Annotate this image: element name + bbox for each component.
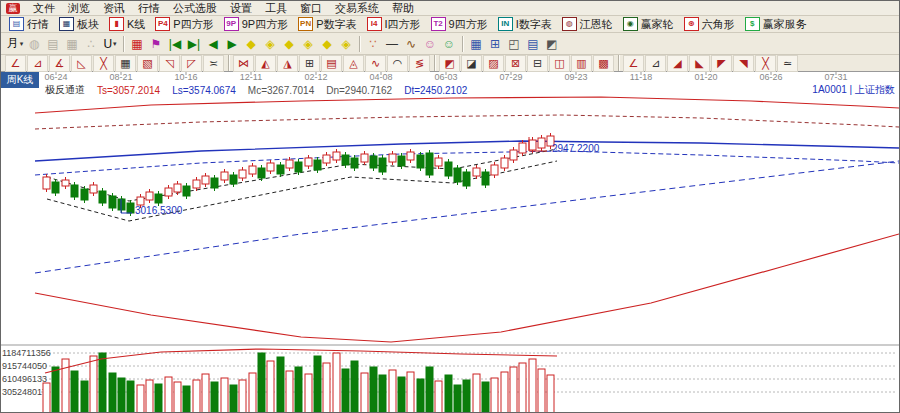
draw-tool-button[interactable]: ⊞ bbox=[299, 55, 320, 72]
draw-tool-button[interactable]: ◩ bbox=[439, 55, 460, 72]
tool-button[interactable]: ◆ bbox=[318, 35, 336, 53]
tool-button[interactable]: — bbox=[383, 35, 401, 53]
toolbar-view-button[interactable]: ◍江恩轮 bbox=[558, 16, 617, 33]
draw-tool-button[interactable]: ▤ bbox=[321, 55, 342, 72]
toolbar-view-button[interactable]: P4P四方形 bbox=[151, 16, 217, 33]
draw-tool-button[interactable]: ╳ bbox=[755, 55, 776, 72]
tool-button[interactable]: ∵ bbox=[364, 35, 382, 53]
menu-item[interactable]: 窗口 bbox=[300, 1, 322, 16]
draw-tool-button[interactable]: ▥ bbox=[571, 55, 592, 72]
menu-item[interactable]: 工具 bbox=[265, 1, 287, 16]
tool-button[interactable]: 月▾ bbox=[6, 35, 24, 53]
draw-tool-button[interactable]: ∠ bbox=[623, 55, 644, 72]
tool-button[interactable]: ◈ bbox=[337, 35, 355, 53]
tool-button[interactable]: ◀ bbox=[204, 35, 222, 53]
date-label: 07-31 bbox=[824, 72, 847, 82]
draw-tool-button[interactable]: ◤ bbox=[711, 55, 732, 72]
menu-item[interactable]: 交易系统 bbox=[335, 1, 379, 16]
tool-button[interactable]: ◩ bbox=[543, 35, 561, 53]
channel-bottom-red bbox=[35, 234, 899, 342]
draw-tool-button[interactable]: ⊿ bbox=[27, 55, 48, 72]
tool-button[interactable]: ▦ bbox=[128, 35, 146, 53]
draw-tool-button[interactable]: ◸ bbox=[181, 55, 202, 72]
tool-button[interactable]: ▤ bbox=[524, 35, 542, 53]
volume-bar bbox=[445, 375, 452, 413]
toolbar-view-button[interactable]: ▮K线 bbox=[105, 16, 149, 33]
toolbar-view-button[interactable]: ▦板块 bbox=[55, 16, 103, 33]
tool-button[interactable]: ◈ bbox=[299, 35, 317, 53]
toolbar-view-button[interactable]: PNP数字表 bbox=[294, 16, 360, 33]
tool-button[interactable]: ▶| bbox=[185, 35, 203, 53]
draw-tool-button[interactable]: ◪ bbox=[461, 55, 482, 72]
volume-bar bbox=[43, 383, 50, 413]
tool-button[interactable]: ▦ bbox=[63, 35, 81, 53]
toolbar-view-button[interactable]: 9P9P四方形 bbox=[220, 16, 292, 33]
draw-tool-button[interactable]: ⊟ bbox=[527, 55, 548, 72]
tool-button[interactable]: ⚑ bbox=[147, 35, 165, 53]
menu-item[interactable]: 浏览 bbox=[68, 1, 90, 16]
date-label: 02-12 bbox=[304, 72, 327, 82]
volume-axis-label: 610496133 bbox=[2, 374, 47, 384]
tool-button[interactable]: ▤ bbox=[44, 35, 62, 53]
draw-tool-button[interactable]: ◺ bbox=[71, 55, 92, 72]
draw-tool-button[interactable]: ▨ bbox=[483, 55, 504, 72]
chart-canvas[interactable]: 118471135691574405061049613330524801706-… bbox=[1, 72, 900, 413]
draw-tool-button[interactable]: ◫ bbox=[549, 55, 570, 72]
draw-tool-button[interactable]: ◮ bbox=[277, 55, 298, 72]
draw-tool-button[interactable]: ∡ bbox=[49, 55, 70, 72]
menu-item[interactable]: 公式选股 bbox=[173, 1, 217, 16]
draw-tool-button[interactable]: ◥ bbox=[733, 55, 754, 72]
tool-button[interactable]: ☺ bbox=[421, 35, 439, 53]
tool-button[interactable]: ∿ bbox=[402, 35, 420, 53]
kline-period-tab[interactable]: 周K线 bbox=[1, 72, 39, 88]
tool-button[interactable]: ◆ bbox=[242, 35, 260, 53]
draw-tool-button[interactable]: ▦ bbox=[115, 55, 136, 72]
tool-button[interactable]: ◍ bbox=[25, 35, 43, 53]
toolbar-view-button[interactable]: INI数字表 bbox=[494, 16, 556, 33]
draw-tool-button[interactable]: ≍ bbox=[203, 55, 224, 72]
draw-tool-button[interactable]: ∠ bbox=[5, 55, 26, 72]
draw-tool-button[interactable]: ╳ bbox=[93, 55, 114, 72]
draw-tool-button[interactable]: ◢ bbox=[667, 55, 688, 72]
menu-item[interactable]: 文件 bbox=[33, 1, 55, 16]
candle bbox=[90, 185, 97, 193]
toolbar-view-button[interactable]: ▤行情 bbox=[5, 16, 53, 33]
draw-tool-button[interactable]: ▩ bbox=[593, 55, 614, 72]
tool-button[interactable]: ◈ bbox=[261, 35, 279, 53]
toolbar-view-button[interactable]: I4I四方形 bbox=[363, 16, 425, 33]
menu-item[interactable]: 设置 bbox=[230, 1, 252, 16]
chart-area: 118471135691574405061049613330524801706-… bbox=[1, 72, 900, 413]
toolbar-view-button[interactable]: $赢家服务 bbox=[741, 16, 811, 33]
draw-tool-button[interactable]: ⊠ bbox=[505, 55, 526, 72]
toolbar-view-button[interactable]: ◉赢家轮 bbox=[619, 16, 678, 33]
tool-button[interactable]: ⊞ bbox=[486, 35, 504, 53]
tool-button[interactable]: ▦ bbox=[467, 35, 485, 53]
draw-tool-button[interactable]: ⊿ bbox=[645, 55, 666, 72]
draw-tool-button[interactable]: ▧ bbox=[137, 55, 158, 72]
tool-button[interactable]: ◰ bbox=[505, 35, 523, 53]
menu-item[interactable]: 帮助 bbox=[392, 1, 414, 16]
draw-tool-button[interactable]: ≶ bbox=[409, 55, 430, 72]
dropdown-arrow-icon: ▾ bbox=[113, 40, 117, 48]
tool-button[interactable]: |◀ bbox=[166, 35, 184, 53]
draw-tool-button[interactable]: ≃ bbox=[777, 55, 798, 72]
draw-tool-button[interactable]: ∿ bbox=[365, 55, 386, 72]
toolbar-separator bbox=[462, 36, 463, 52]
tool-button[interactable]: ▶ bbox=[223, 35, 241, 53]
draw-tool-button[interactable]: ◬ bbox=[343, 55, 364, 72]
toolbar-view-button[interactable]: T29四方形 bbox=[427, 16, 492, 33]
toolbar-view-button[interactable]: ⊛六角形 bbox=[680, 16, 739, 33]
draw-tool-button[interactable]: ◣ bbox=[689, 55, 710, 72]
volume-bar bbox=[155, 384, 162, 413]
draw-tool-button[interactable]: ⋈ bbox=[233, 55, 254, 72]
menu-item[interactable]: 资讯 bbox=[103, 1, 125, 16]
draw-tool-button[interactable]: ◭ bbox=[255, 55, 276, 72]
menu-item[interactable]: 行情 bbox=[138, 1, 160, 16]
tool-button[interactable]: ◆ bbox=[280, 35, 298, 53]
draw-tool-button[interactable]: ◹ bbox=[159, 55, 180, 72]
tool-button[interactable]: ∴ bbox=[82, 35, 100, 53]
tool-button[interactable]: ☺ bbox=[440, 35, 458, 53]
tool-button[interactable]: U▾ bbox=[101, 35, 119, 53]
indicator-name: 极反通道 bbox=[45, 83, 85, 97]
draw-tool-button[interactable]: ◠ bbox=[387, 55, 408, 72]
